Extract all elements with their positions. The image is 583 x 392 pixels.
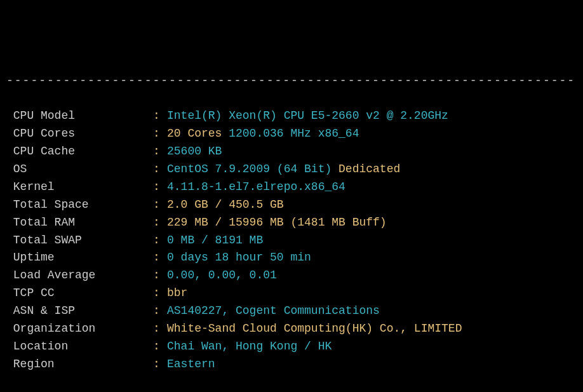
info-row: Total Space: 2.0 GB / 450.5 GB <box>6 196 577 214</box>
row-value: 2.0 GB / 450.5 GB <box>167 196 284 214</box>
info-row: Kernel: 4.11.8-1.el7.elrepo.x86_64 <box>6 179 577 196</box>
system-info-block: CPU Model: Intel(R) Xeon(R) CPU E5-2660 … <box>6 107 577 373</box>
value-part: 2.0 GB / 450.5 GB <box>167 198 284 211</box>
row-colon: : <box>153 356 167 374</box>
info-row: Total SWAP: 0 MB / 8191 MB <box>6 232 577 250</box>
row-colon: : <box>153 179 167 196</box>
row-value: Chai Wan, Hong Kong / HK <box>167 338 332 356</box>
value-part: Eastern <box>167 358 215 370</box>
row-value: AS140227, Cogent Communications <box>167 302 380 320</box>
info-row: Uptime: 0 days 18 hour 50 min <box>6 249 577 267</box>
row-value: 229 MB / 15996 MB (1481 MB Buff) <box>167 214 387 232</box>
row-value: CentOS 7.9.2009 (64 Bit) Dedicated <box>167 161 400 179</box>
row-colon: : <box>153 232 167 250</box>
row-colon: : <box>153 143 167 161</box>
row-colon: : <box>153 214 167 232</box>
info-row: CPU Cache: 25600 KB <box>6 143 577 161</box>
info-row: ASN & ISP: AS140227, Cogent Communicatio… <box>6 302 577 320</box>
info-row: Total RAM: 229 MB / 15996 MB (1481 MB Bu… <box>6 214 577 232</box>
row-value: 25600 KB <box>167 143 222 161</box>
value-part: 20 Cores <box>167 127 229 140</box>
row-colon: : <box>153 320 167 338</box>
row-label: TCP CC <box>6 285 153 302</box>
value-part: White-Sand Cloud Computing(HK) Co., LIMI… <box>167 322 462 335</box>
row-label: Total RAM <box>6 214 153 232</box>
info-row: Region: Eastern <box>6 356 577 374</box>
row-label: ASN & ISP <box>6 302 153 320</box>
value-part: Intel(R) Xeon(R) CPU E5-2660 v2 @ 2.20GH… <box>167 109 448 122</box>
value-part: Dedicated <box>338 163 400 175</box>
row-colon: : <box>153 285 167 302</box>
row-value: 4.11.8-1.el7.elrepo.x86_64 <box>167 179 345 196</box>
row-colon: : <box>153 302 167 320</box>
row-value: 0 days 18 hour 50 min <box>167 249 311 267</box>
row-label: Location <box>6 338 153 356</box>
row-colon: : <box>153 249 167 267</box>
info-row: Location: Chai Wan, Hong Kong / HK <box>6 338 577 356</box>
row-colon: : <box>153 338 167 356</box>
row-colon: : <box>153 107 167 125</box>
value-part: bbr <box>167 287 187 299</box>
row-label: CPU Cache <box>6 143 153 161</box>
info-row: OS: CentOS 7.9.2009 (64 Bit) Dedicated <box>6 161 577 179</box>
value-part: 0 days 18 hour 50 min <box>167 251 311 264</box>
value-part: 4.11.8-1.el7.elrepo.x86_64 <box>167 180 345 193</box>
row-value: bbr <box>167 285 187 302</box>
row-value: 0.00, 0.00, 0.01 <box>167 267 277 285</box>
info-row: CPU Model: Intel(R) Xeon(R) CPU E5-2660 … <box>6 107 577 125</box>
row-label: Region <box>6 356 153 374</box>
row-label: Kernel <box>6 179 153 196</box>
value-part: AS140227, Cogent Communications <box>167 304 380 317</box>
info-row: TCP CC: bbr <box>6 285 577 302</box>
row-label: Total Space <box>6 196 153 214</box>
value-part: CentOS 7.9.2009 (64 Bit) <box>167 163 338 175</box>
info-row: Load Average: 0.00, 0.00, 0.01 <box>6 267 577 285</box>
value-part: 229 MB / 15996 MB (1481 MB Buff) <box>167 216 387 229</box>
row-label: CPU Model <box>6 107 153 125</box>
row-label: CPU Cores <box>6 125 153 143</box>
row-label: OS <box>6 161 153 179</box>
row-label: Organization <box>6 320 153 338</box>
row-colon: : <box>153 161 167 179</box>
row-value: Intel(R) Xeon(R) CPU E5-2660 v2 @ 2.20GH… <box>167 107 448 125</box>
row-value: Eastern <box>167 356 215 374</box>
info-row: Organization: White-Sand Cloud Computing… <box>6 320 577 338</box>
value-part: 0.00, 0.00, 0.01 <box>167 269 277 281</box>
row-colon: : <box>153 196 167 214</box>
row-label: Total SWAP <box>6 232 153 250</box>
row-colon: : <box>153 267 167 285</box>
value-part: 1200.036 MHz x86_64 <box>229 127 359 140</box>
row-colon: : <box>153 125 167 143</box>
row-value: 0 MB / 8191 MB <box>167 232 263 250</box>
value-part: 0 MB / 8191 MB <box>167 234 263 247</box>
info-row: CPU Cores: 20 Cores 1200.036 MHz x86_64 <box>6 125 577 143</box>
row-label: Uptime <box>6 249 153 267</box>
row-value: White-Sand Cloud Computing(HK) Co., LIMI… <box>167 320 462 338</box>
row-label: Load Average <box>6 267 153 285</box>
value-part: 25600 KB <box>167 145 222 158</box>
row-value: 20 Cores 1200.036 MHz x86_64 <box>167 125 359 143</box>
value-part: Chai Wan, Hong Kong / HK <box>167 340 332 353</box>
divider-top: ----------------------------------------… <box>6 72 577 90</box>
